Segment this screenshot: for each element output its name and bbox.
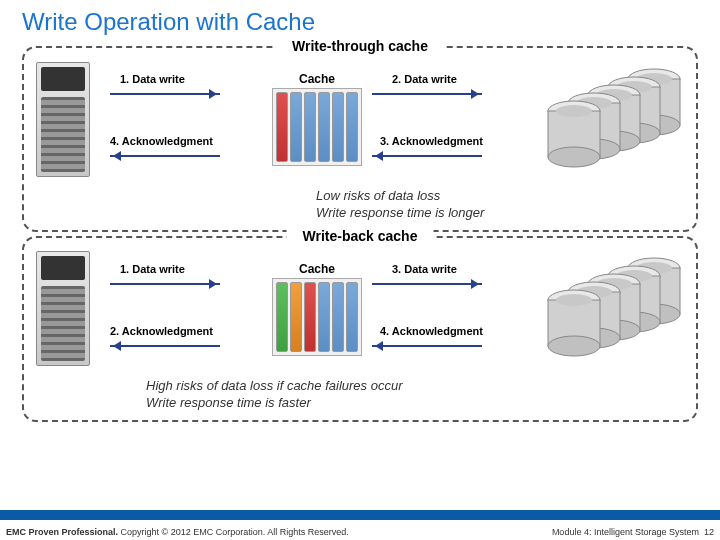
wb-cache: Cache bbox=[272, 262, 362, 356]
wb-summary-line2: Write response time is faster bbox=[146, 395, 684, 412]
svg-point-19 bbox=[556, 105, 592, 117]
wt-step3-label: 3. Acknowledgment bbox=[380, 135, 483, 147]
arrow-right-icon bbox=[372, 283, 482, 285]
footer-left: EMC Proven Professional. Copyright © 201… bbox=[6, 527, 349, 537]
footer-copyright: Copyright © 2012 EMC Corporation. All Ri… bbox=[118, 527, 349, 537]
wt-step4-label: 4. Acknowledgment bbox=[110, 135, 213, 147]
wb-step3-label: 3. Data write bbox=[392, 263, 457, 275]
server-icon bbox=[36, 62, 90, 177]
wt-summary: Low risks of data loss Write response ti… bbox=[36, 188, 684, 222]
svg-point-38 bbox=[548, 336, 600, 356]
wt-step1-label: 1. Data write bbox=[120, 73, 185, 85]
section-label-wb: Write-back cache bbox=[287, 228, 434, 244]
wt-diagram: 1. Data write 4. Acknowledgment Cache 2.… bbox=[36, 54, 684, 184]
wt-cache: Cache bbox=[272, 72, 362, 166]
footer-right: Module 4: Intelligent Storage System 12 bbox=[552, 527, 714, 537]
wb-left-arrows: 1. Data write 2. Acknowledgment bbox=[90, 249, 272, 369]
cache-label: Cache bbox=[272, 262, 362, 276]
write-through-section: Write-through cache 1. Data write 4. Ack… bbox=[22, 46, 698, 232]
svg-point-39 bbox=[556, 294, 592, 306]
footer-accent-bar bbox=[0, 510, 720, 520]
disk-array-icon bbox=[544, 67, 684, 172]
section-label-wt: Write-through cache bbox=[276, 38, 444, 54]
disk-array-icon bbox=[544, 256, 684, 361]
wb-step1-label: 1. Data write bbox=[120, 263, 185, 275]
footer-brand: EMC Proven Professional. bbox=[6, 527, 118, 537]
wt-step2-label: 2. Data write bbox=[392, 73, 457, 85]
wb-step2-label: 2. Acknowledgment bbox=[110, 325, 213, 337]
arrow-left-icon bbox=[110, 155, 220, 157]
svg-point-18 bbox=[548, 147, 600, 167]
wt-summary-line1: Low risks of data loss bbox=[316, 188, 684, 205]
arrow-left-icon bbox=[372, 155, 482, 157]
wb-diagram: 1. Data write 2. Acknowledgment Cache 3.… bbox=[36, 244, 684, 374]
arrow-left-icon bbox=[372, 345, 482, 347]
footer-module: Module 4: Intelligent Storage System bbox=[552, 527, 699, 537]
wb-right-arrows: 3. Data write 4. Acknowledgment bbox=[362, 249, 544, 369]
arrow-right-icon bbox=[372, 93, 482, 95]
footer: EMC Proven Professional. Copyright © 201… bbox=[0, 527, 720, 537]
cache-icon bbox=[272, 278, 362, 356]
wb-step4-label: 4. Acknowledgment bbox=[380, 325, 483, 337]
server-icon bbox=[36, 251, 90, 366]
wt-right-arrows: 2. Data write 3. Acknowledgment bbox=[362, 59, 544, 179]
arrow-left-icon bbox=[110, 345, 220, 347]
arrow-right-icon bbox=[110, 93, 220, 95]
wt-summary-line2: Write response time is longer bbox=[316, 205, 684, 222]
slide-title: Write Operation with Cache bbox=[0, 0, 720, 42]
wb-summary-line1: High risks of data loss if cache failure… bbox=[146, 378, 684, 395]
arrow-right-icon bbox=[110, 283, 220, 285]
cache-label: Cache bbox=[272, 72, 362, 86]
wb-summary: High risks of data loss if cache failure… bbox=[36, 378, 684, 412]
wt-left-arrows: 1. Data write 4. Acknowledgment bbox=[90, 59, 272, 179]
footer-page: 12 bbox=[704, 527, 714, 537]
write-back-section: Write-back cache 1. Data write 2. Acknow… bbox=[22, 236, 698, 422]
cache-icon bbox=[272, 88, 362, 166]
